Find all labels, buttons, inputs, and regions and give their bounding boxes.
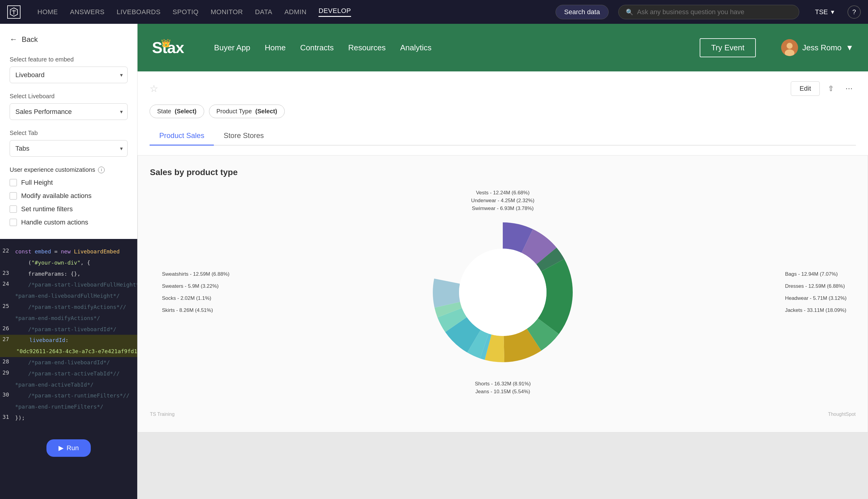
code-line-27: 27 liveboardId: — [0, 335, 137, 346]
chart-footer: TS Training — [150, 409, 175, 420]
nav-answers[interactable]: ANSWERS — [70, 8, 105, 16]
lb-actions: Edit ⇧ ⋯ — [791, 81, 856, 96]
code-line-25: 25 /*param-start-modifyActions*// — [0, 302, 137, 313]
code-line-30b: *param-end-runtimeFilters*/ — [0, 401, 137, 413]
stax-logo: Stax👑 — [152, 39, 184, 57]
ask-input[interactable] — [637, 8, 792, 16]
line-number: 25 — [0, 303, 15, 309]
preview-panel: Stax👑 Buyer App Home Contracts Resources… — [138, 24, 868, 499]
liveboard-select[interactable]: Sales Performance — [10, 104, 128, 120]
checkbox-box — [10, 206, 17, 213]
chart-label-shorts: Shorts - 16.32M (8.91%) — [475, 381, 531, 387]
back-label: Back — [22, 35, 38, 44]
stax-avatar — [781, 39, 798, 56]
more-options-button[interactable]: ⋯ — [842, 81, 856, 96]
search-icon: 🔍 — [626, 9, 633, 16]
chart-label-bags: Bags - 12.94M (7.07%) — [785, 271, 847, 277]
left-panel: ← Back Select feature to embed Liveboard… — [0, 24, 138, 499]
chart-label-dresses: Dresses - 12.59M (6.88%) — [785, 283, 847, 289]
runtime-filters-checkbox[interactable]: Set runtime filters — [10, 205, 128, 213]
nav-monitor[interactable]: MONITOR — [211, 8, 243, 16]
stax-nav-resources[interactable]: Resources — [348, 43, 385, 52]
stax-nav-buyer-app[interactable]: Buyer App — [214, 43, 250, 52]
stax-logo-text: Stax👑 — [152, 39, 184, 57]
try-event-button[interactable]: Try Event — [700, 38, 756, 57]
chart-label-jeans: Jeans - 10.15M (5.54%) — [475, 389, 530, 395]
chart-label-skirts: Skirts - 8.26M (4.51%) — [162, 307, 229, 313]
code-editor: 22 const embed = new LiveboardEmbed ("#y… — [0, 239, 137, 499]
product-type-filter-tag[interactable]: Product Type (Select) — [209, 105, 285, 118]
run-button[interactable]: ▶ Run — [46, 439, 91, 457]
line-number: 31 — [0, 414, 15, 420]
user-chevron-icon: ▾ — [831, 8, 834, 16]
chart-label-jackets: Jackets - 33.11M (18.09%) — [785, 307, 847, 313]
favorite-star-icon[interactable]: ☆ — [150, 83, 158, 94]
help-button[interactable]: ? — [847, 5, 861, 19]
line-number: 30 — [0, 391, 15, 398]
stax-nav: Buyer App Home Contracts Resources Analy… — [214, 43, 431, 52]
nav-admin[interactable]: ADMIN — [284, 8, 307, 16]
code-block: 22 const embed = new LiveboardEmbed ("#y… — [0, 241, 137, 428]
tab-product-sales[interactable]: Product Sales — [150, 126, 214, 146]
app-logo — [7, 5, 23, 19]
modify-actions-checkbox[interactable]: Modify available actions — [10, 192, 128, 200]
select-feature-label: Select feature to embed — [10, 56, 128, 63]
ux-section: User experience customizations i Full He… — [10, 166, 128, 226]
code-line-29: 29 /*param-start-activeTabId*// — [0, 368, 137, 379]
feature-select-wrapper: Liveboard — [10, 66, 128, 83]
run-play-icon: ▶ — [59, 444, 64, 452]
stax-app-header: Stax👑 Buyer App Home Contracts Resources… — [138, 24, 868, 71]
stax-nav-contracts[interactable]: Contracts — [300, 43, 334, 52]
nav-data[interactable]: DATA — [255, 8, 272, 16]
user-label: TSE — [815, 8, 828, 16]
liveboard-content: ☆ Edit ⇧ ⋯ State (Select) Product Type (… — [138, 71, 868, 155]
nav-liveboards[interactable]: LIVEBOARDS — [117, 8, 161, 16]
lb-tabs: Product Sales Store Stores — [150, 126, 856, 146]
chart-title: Sales by product type — [150, 168, 856, 177]
code-line-22b: ("#your-own-div", { — [0, 257, 137, 268]
line-number: 23 — [0, 270, 15, 276]
stax-nav-analytics[interactable]: Analytics — [400, 43, 431, 52]
code-line-24: 24 /*param-start-liveboardFullHeight*// — [0, 279, 137, 291]
back-arrow-icon: ← — [10, 35, 17, 44]
fullheight-checkbox[interactable]: Full Height — [10, 179, 128, 186]
chart-label-sweaters: Sweaters - 5.9M (3.22%) — [162, 283, 229, 289]
code-line-27b: "0dc92611-2643-4c3e-a7c3-e7e421af9fd1", — [0, 346, 137, 357]
nav-spotiq[interactable]: SPOTIQ — [173, 8, 199, 16]
code-line-22: 22 const embed = new LiveboardEmbed — [0, 246, 137, 257]
back-button[interactable]: ← Back — [10, 35, 128, 44]
search-data-button[interactable]: Search data — [556, 5, 609, 19]
edit-button[interactable]: Edit — [791, 81, 820, 96]
code-line-29b: *param-end-activeTabId*/ — [0, 379, 137, 390]
left-config-section: ← Back Select feature to embed Liveboard… — [0, 24, 137, 239]
checkbox-box — [10, 192, 17, 199]
chart-label-socks: Socks - 2.02M (1.1%) — [162, 295, 229, 301]
line-number: 28 — [0, 358, 15, 365]
code-line-26: 26 /*param-start-liveboardId*/ — [0, 324, 137, 335]
donut-chart — [415, 205, 590, 380]
tab-select[interactable]: Tabs — [10, 140, 128, 157]
feature-select[interactable]: Liveboard — [10, 66, 128, 83]
svg-point-4 — [787, 43, 793, 49]
main-layout: ← Back Select feature to embed Liveboard… — [0, 24, 868, 499]
select-tab-label: Select Tab — [10, 130, 128, 136]
line-number: 27 — [0, 336, 15, 342]
line-number: 26 — [0, 325, 15, 331]
nav-home[interactable]: HOME — [37, 8, 58, 16]
stax-nav-home[interactable]: Home — [265, 43, 286, 52]
chart-area: Sales by product type Sweatshirts - 12.5… — [138, 155, 868, 433]
ux-title: User experience customizations i — [10, 166, 128, 173]
custom-actions-checkbox[interactable]: Handle custom actions — [10, 218, 128, 226]
tab-store-stores[interactable]: Store Stores — [214, 126, 273, 146]
code-line-28: 28 /*param-end-liveboardId*/ — [0, 357, 137, 368]
stax-user[interactable]: Jess Romo ▼ — [781, 39, 854, 56]
code-line-24b: *param-end-liveboardFullHeight*/ — [0, 291, 137, 302]
user-badge[interactable]: TSE ▾ — [815, 8, 834, 16]
top-nav: HOME ANSWERS LIVEBOARDS SPOTIQ MONITOR D… — [0, 0, 868, 24]
nav-develop[interactable]: DEVELOP — [319, 7, 351, 17]
state-filter-tag[interactable]: State (Select) — [150, 105, 204, 118]
info-icon: i — [98, 167, 105, 173]
share-button[interactable]: ⇧ — [824, 81, 837, 96]
tab-select-wrapper: Tabs — [10, 140, 128, 157]
svg-point-19 — [459, 248, 547, 336]
